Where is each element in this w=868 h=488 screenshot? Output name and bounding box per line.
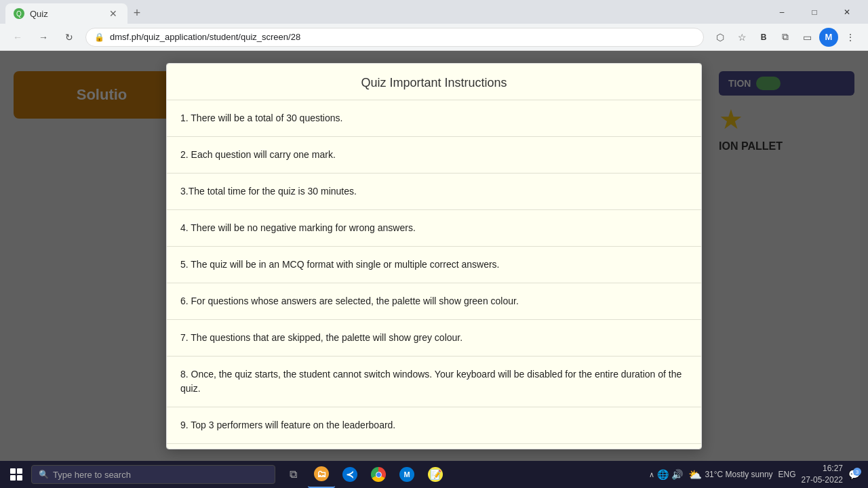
show-hidden-icons-button[interactable]: ∧ [649,470,654,479]
minimize-button[interactable]: – [766,0,797,24]
instruction-9: 9. Top 3 performers will feature on the … [167,407,701,444]
vscode-icon: ≺ [342,467,357,482]
cast-icon[interactable]: ⬡ [711,28,730,47]
clock-time: 16:27 [802,463,843,474]
clock-date: 27-05-2022 [802,474,843,486]
split-view-icon[interactable]: ▭ [797,28,816,47]
taskbar-search-box[interactable]: 🔍 Type here to search [31,465,275,484]
search-placeholder: Type here to search [53,470,131,480]
taskbar-app-chrome[interactable] [365,461,392,488]
instruction-6: 6. For questions whose answers are selec… [167,283,701,320]
network-icon[interactable]: 🌐 [657,469,669,480]
taskbar-app-outlook[interactable]: M [393,461,420,488]
menu-button[interactable]: ⋮ [841,28,860,47]
outlook-icon: M [399,467,414,482]
bookmark-icon[interactable]: ☆ [732,28,751,47]
start-button[interactable] [3,461,30,488]
refresh-button[interactable]: ↻ [60,28,79,47]
weather-text: 31°C Mostly sunny [705,470,772,479]
windows-logo-icon [10,468,22,481]
weather-widget: ⛅ 31°C Mostly sunny [688,468,772,481]
search-icon: 🔍 [39,470,49,479]
language-selector[interactable]: ENG [778,470,796,479]
instructions-modal: Quiz Important Instructions 1. There wil… [166,63,702,449]
browser-chrome: Q Quiz ✕ + – □ ✕ ← → ↻ 🔒 dmsf.ph/quiz_ap… [0,0,868,51]
active-tab[interactable]: Q Quiz ✕ [5,3,127,24]
new-tab-button[interactable]: + [127,3,146,22]
instruction-8: 8. Once, the quiz starts, the student ca… [167,357,701,407]
notification-center-button[interactable]: 💬 3 [848,469,860,480]
lock-icon: 🔒 [94,33,104,42]
back-button[interactable]: ← [8,28,27,47]
maximize-button[interactable]: □ [799,0,830,24]
taskbar-right: ∧ 🌐 🔊 ⛅ 31°C Mostly sunny ENG 16:27 27-0… [649,463,865,486]
system-tray-icons: ∧ 🌐 🔊 [649,469,683,480]
taskbar-app-task-view[interactable]: ⧉ [279,461,307,488]
instruction-3: 3.The total time for the quiz is 30 minu… [167,174,701,210]
modal-overlay: Quiz Important Instructions 1. There wil… [0,51,868,461]
weather-icon: ⛅ [688,468,702,481]
instruction-4: 4. There will be no negative marking for… [167,210,701,247]
address-bar: ← → ↻ 🔒 dmsf.ph/quiz_application/student… [0,24,868,51]
forward-button[interactable]: → [34,28,53,47]
modal-footer: Close [167,444,701,449]
tab-strip: Q Quiz ✕ + [5,0,146,24]
instruction-1: 1. There will be a total of 30 questions… [167,100,701,137]
taskbar: 🔍 Type here to search ⧉ 🗂 ≺ M 📝 [0,461,868,488]
window-controls: – □ ✕ [766,0,863,24]
chrome-icon [371,467,386,482]
instruction-2: 2. Each question will carry one mark. [167,137,701,174]
instruction-5: 5. The quiz will be in an MCQ format wit… [167,247,701,283]
toolbar-icons: ⬡ ☆ B ⧉ ▭ M ⋮ [711,28,860,47]
system-clock[interactable]: 16:27 27-05-2022 [802,463,843,486]
taskbar-app-file-explorer[interactable]: 🗂 [308,461,335,488]
url-text: dmsf.ph/quiz_application/student/quiz_sc… [110,32,695,42]
page-content: Solutio TION ★ ION PALLET Quiz Important… [0,51,868,461]
taskbar-app-sticky-notes[interactable]: 📝 [422,461,449,488]
taskbar-app-vscode[interactable]: ≺ [336,461,363,488]
modal-title: Quiz Important Instructions [167,64,701,100]
profile-button[interactable]: M [819,28,838,47]
instruction-7: 7. The questions that are skipped, the p… [167,320,701,357]
extension-b-icon[interactable]: B [754,28,773,47]
taskbar-apps: ⧉ 🗂 ≺ M 📝 [279,461,449,488]
volume-icon[interactable]: 🔊 [671,469,683,480]
extensions-icon[interactable]: ⧉ [776,28,795,47]
title-bar: Q Quiz ✕ + – □ ✕ [0,0,868,24]
tab-title: Quiz [30,9,48,19]
task-view-icon: ⧉ [290,468,297,481]
sticky-notes-icon: 📝 [428,467,443,482]
url-bar[interactable]: 🔒 dmsf.ph/quiz_application/student/quiz_… [85,28,704,47]
close-window-button[interactable]: ✕ [831,0,863,24]
file-explorer-icon: 🗂 [314,466,329,481]
tab-close-button[interactable]: ✕ [107,7,119,20]
notification-badge: 3 [853,468,861,476]
tab-favicon: Q [14,8,24,19]
